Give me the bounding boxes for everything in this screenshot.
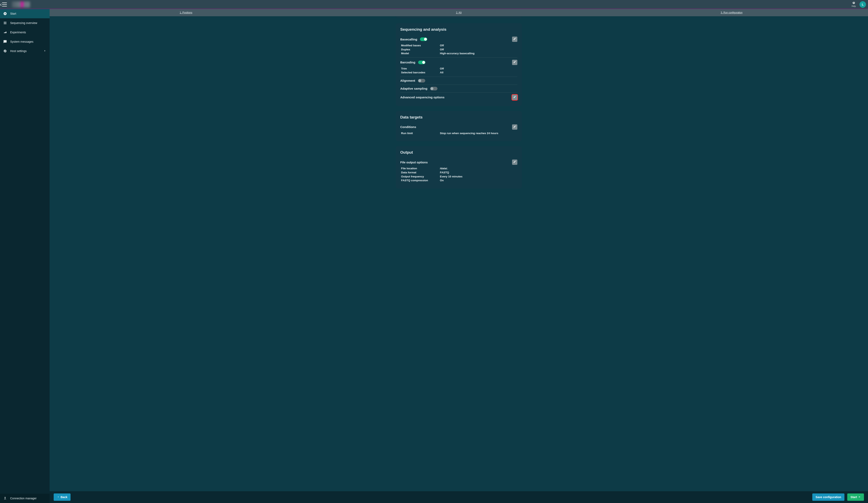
step-tab-positions[interactable]: 1. Positions — [50, 9, 322, 16]
edit-advanced-sequencing-button[interactable] — [512, 95, 517, 100]
step-label: 2. Kit — [456, 11, 462, 14]
kv-key: Data format — [400, 170, 440, 175]
main-row: Start Sequencing overview Experiments Sy… — [0, 9, 868, 503]
menu-toggle-button[interactable] — [2, 2, 8, 7]
section-barcoding: Barcoding TrimOff Selected barcodesAll — [400, 58, 517, 77]
kv-key: FASTQ compression — [400, 178, 440, 182]
kv-value: Off — [440, 43, 517, 48]
app-logo — [12, 1, 30, 8]
toggle-adaptive-sampling[interactable] — [430, 87, 437, 91]
help-label: Help — [851, 5, 856, 7]
user-avatar[interactable]: L — [859, 1, 866, 8]
toggle-barcoding[interactable] — [418, 61, 425, 64]
merge-icon — [3, 496, 7, 500]
chevron-right-icon — [43, 49, 46, 53]
section-advanced-sequencing-options: Advanced sequencing options — [400, 93, 517, 102]
sidebar-item-sequencing-overview[interactable]: Sequencing overview — [0, 18, 50, 28]
gear-icon — [3, 49, 7, 53]
sidebar-item-host-settings[interactable]: Host settings — [0, 46, 50, 56]
panel-remnant — [396, 16, 522, 18]
kv-value: All — [440, 71, 517, 75]
kv-key: Modified bases — [400, 43, 440, 48]
panel-title: Output — [400, 150, 517, 155]
start-button[interactable]: Start — [847, 493, 864, 501]
kv-value: Stop run when sequencing reaches 24 hour… — [440, 131, 517, 135]
pencil-icon — [513, 125, 516, 129]
step-tab-kit[interactable]: 2. Kit — [322, 9, 595, 16]
kv-value: Off — [440, 67, 517, 71]
sidebar-item-label: Sequencing overview — [10, 21, 37, 24]
kv-row: Selected barcodesAll — [400, 71, 517, 75]
back-label: Back — [61, 495, 67, 499]
kv-value: On — [440, 178, 517, 182]
kv-value: Off — [440, 48, 517, 52]
sidebar-nav-list: Start Sequencing overview Experiments Sy… — [0, 9, 50, 56]
back-button[interactable]: Back — [54, 493, 71, 501]
kv-row: Data formatFASTQ — [400, 170, 517, 175]
sidebar-item-start[interactable]: Start — [0, 9, 50, 18]
sidebar-item-system-messages[interactable]: System messages — [0, 37, 50, 46]
pencil-icon — [513, 95, 516, 99]
sidebar-item-label: Connection manager — [10, 497, 37, 500]
kv-row: ModelHigh-accuracy basecalling — [400, 51, 517, 55]
step-label: 3. Run configuration — [721, 11, 742, 14]
kv-value: FASTQ — [440, 170, 517, 175]
panel-data-targets: Data targets Conditions Run limitStop ru… — [396, 111, 522, 142]
sidebar-item-connection-manager[interactable]: Connection manager — [0, 494, 50, 503]
kv-key: Duplex — [400, 48, 440, 52]
panels: Sequencing and analysis Basecalling Modi… — [396, 23, 522, 189]
kv-key: Model — [400, 51, 440, 55]
sidebar: Start Sequencing overview Experiments Sy… — [0, 9, 50, 503]
pencil-icon — [513, 38, 516, 41]
section-title: File output options — [400, 160, 428, 164]
step-tabs: 1. Positions 2. Kit 3. Run configuration — [50, 9, 868, 16]
kv-row: Run limitStop run when sequencing reache… — [400, 131, 517, 135]
sparkline-icon — [3, 31, 7, 34]
top-bar-left — [2, 1, 30, 8]
sidebar-item-label: System messages — [10, 40, 33, 43]
step-tab-run-configuration[interactable]: 3. Run configuration — [595, 9, 868, 16]
edit-conditions-button[interactable] — [512, 124, 517, 130]
section-conditions: Conditions Run limitStop run when sequen… — [400, 122, 517, 137]
chevron-left-icon — [57, 495, 59, 499]
toggle-alignment[interactable] — [418, 79, 425, 83]
section-title: Basecalling — [400, 38, 417, 41]
panel-title: Sequencing and analysis — [400, 27, 517, 32]
kv-key: Run limit — [400, 131, 440, 135]
kv-value: Every 10 minutes — [440, 175, 517, 179]
save-configuration-button[interactable]: Save configuration — [812, 493, 845, 501]
section-alignment: Alignment — [400, 77, 517, 85]
top-bar-right: Help L — [851, 1, 866, 8]
footer-bar: Back Save configuration Start — [50, 491, 868, 503]
edit-file-output-button[interactable] — [512, 159, 517, 165]
edit-barcoding-button[interactable] — [512, 60, 517, 65]
kv-row: Output frequencyEvery 10 minutes — [400, 175, 517, 179]
kv-key: Trim — [400, 67, 440, 71]
top-bar: Help L — [0, 0, 868, 9]
sidebar-footer: Connection manager — [0, 494, 50, 503]
kv-row: Modified basesOff — [400, 43, 517, 48]
panel-sequencing-analysis: Sequencing and analysis Basecalling Modi… — [396, 23, 522, 106]
edit-basecalling-button[interactable] — [512, 36, 517, 42]
avatar-initial: L — [862, 3, 864, 6]
double-chevron-right-icon — [858, 495, 861, 499]
help-button[interactable]: Help — [851, 1, 856, 7]
toggle-basecalling[interactable] — [420, 38, 427, 41]
panel-output: Output File output options File location… — [396, 146, 522, 188]
section-basecalling: Basecalling Modified basesOff DuplexOff … — [400, 34, 517, 58]
section-title: Alignment — [400, 79, 415, 82]
sidebar-item-experiments[interactable]: Experiments — [0, 28, 50, 37]
step-label: 1. Positions — [180, 11, 192, 14]
section-title: Advanced sequencing options — [400, 95, 445, 99]
help-icon — [852, 1, 855, 5]
kv-row: TrimOff — [400, 67, 517, 71]
sidebar-item-label: Host settings — [10, 49, 27, 53]
content-scroll[interactable]: Sequencing and analysis Basecalling Modi… — [50, 16, 868, 491]
kv-key: File location — [400, 166, 440, 170]
save-label: Save configuration — [816, 495, 841, 499]
kv-row: DuplexOff — [400, 48, 517, 52]
section-title: Adaptive sampling — [400, 87, 427, 90]
section-file-output-options: File output options File location/data/.… — [400, 157, 517, 184]
kv-key: Output frequency — [400, 175, 440, 179]
kv-value: /data/. — [440, 166, 517, 170]
